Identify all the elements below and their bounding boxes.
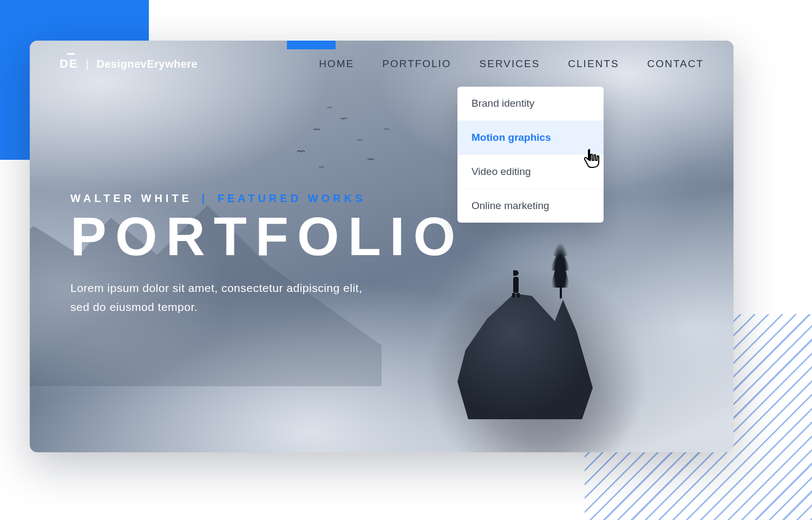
dropdown-item-motion-graphics[interactable]: Motion graphics <box>457 121 604 155</box>
logo-name: DesignevErywhere <box>96 58 198 70</box>
hero-subtitle: Lorem ipsum dolor sit amet, consectetur … <box>70 279 363 316</box>
nav-services[interactable]: SERVICES <box>480 58 540 70</box>
services-dropdown: Brand identity Motion graphics Video edi… <box>457 87 604 223</box>
hero-eyebrow: WALTER WHITE | FEATURED WORKS <box>70 192 464 205</box>
eyebrow-accent: FEATURED WORKS <box>218 192 366 204</box>
header: DE | DesignevErywhere HOME PORTFOLIO SER… <box>30 41 734 71</box>
dropdown-item-online-marketing[interactable]: Online marketing <box>457 189 604 223</box>
dropdown-item-brand-identity[interactable]: Brand identity <box>457 87 604 121</box>
eyebrow-primary: WALTER WHITE <box>70 192 192 204</box>
nav-clients[interactable]: CLIENTS <box>568 58 619 70</box>
logo-separator: | <box>86 58 89 70</box>
background-birds <box>297 107 405 172</box>
nav-home[interactable]: HOME <box>319 58 354 70</box>
eyebrow-separator: | <box>202 192 208 204</box>
hero-title: PORTFOLIO <box>70 208 464 265</box>
logo-mark: DE <box>60 57 78 71</box>
nav-portfolio[interactable]: PORTFOLIO <box>382 58 451 70</box>
logo[interactable]: DE | DesignevErywhere <box>60 57 198 71</box>
background-rock-peak <box>457 251 593 419</box>
main-nav: HOME PORTFOLIO SERVICES CLIENTS CONTACT <box>319 58 704 70</box>
nav-contact[interactable]: CONTACT <box>647 58 704 70</box>
hero-text-block: WALTER WHITE | FEATURED WORKS PORTFOLIO … <box>70 192 464 316</box>
hero-card: DE | DesignevErywhere HOME PORTFOLIO SER… <box>30 41 734 452</box>
dropdown-item-video-editing[interactable]: Video editing <box>457 155 604 189</box>
